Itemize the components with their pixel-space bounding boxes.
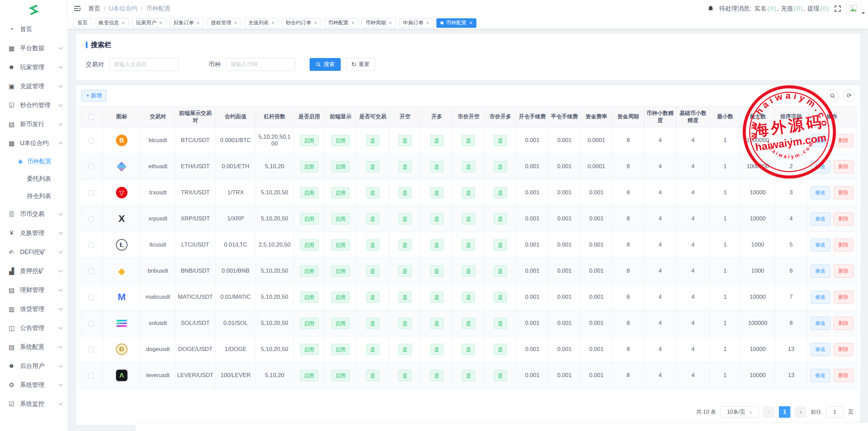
breadcrumb-parent[interactable]: U本位合约 [109, 4, 138, 13]
delete-button[interactable]: 删除 [834, 291, 853, 304]
sidebar-item-2[interactable]: ▦平台数据 [0, 39, 67, 58]
prev-page-button[interactable]: ‹ [763, 406, 774, 418]
goto-page-input[interactable] [826, 406, 844, 418]
sidebar-item-5[interactable]: ☑秒合约管理 [0, 96, 67, 115]
row-checkbox[interactable] [88, 242, 94, 248]
close-icon[interactable]: × [426, 20, 429, 26]
edit-button[interactable]: 修改 [811, 291, 830, 304]
sidebar-subitem-1[interactable]: ◉币种配置 [0, 153, 67, 170]
coin-search-input[interactable] [226, 58, 295, 71]
tab-2[interactable]: 账变信息× [95, 18, 129, 28]
breadcrumb-home[interactable]: 首页 [88, 4, 100, 13]
sidebar-item-16[interactable]: ☻后台用户 [0, 356, 67, 375]
edit-button[interactable]: 修改 [811, 265, 830, 278]
sidebar-collapse-icon[interactable] [73, 4, 81, 13]
user-avatar[interactable] [846, 2, 861, 15]
edit-button[interactable]: 修改 [811, 134, 830, 147]
tab-11[interactable]: 币种配置× [436, 18, 476, 28]
edit-button[interactable]: 修改 [811, 369, 830, 382]
sidebar-item-label: 首页 [20, 25, 62, 33]
delete-button[interactable]: 删除 [834, 317, 853, 330]
row-checkbox[interactable] [88, 373, 94, 378]
close-icon[interactable]: × [197, 20, 200, 26]
add-button[interactable]: + 新增 [81, 90, 106, 101]
tab-1[interactable]: 首页 [73, 18, 92, 28]
sidebar-item-10[interactable]: ✍DEFI挖矿 [0, 242, 67, 261]
sidebar-item-12[interactable]: ▤理财管理 [0, 280, 67, 299]
sidebar-item-1[interactable]: ◔首页 [0, 20, 67, 39]
close-icon[interactable]: × [351, 20, 354, 26]
sidebar-item-18[interactable]: ☑系统监控 [0, 394, 67, 413]
tab-8[interactable]: 币种配置× [324, 18, 358, 28]
close-icon[interactable]: × [271, 20, 274, 26]
close-icon[interactable]: × [314, 20, 317, 26]
edit-button[interactable]: 修改 [811, 317, 830, 330]
current-page-button[interactable]: 1 [779, 406, 790, 418]
bell-icon[interactable] [707, 5, 714, 12]
sidebar-item-6[interactable]: ▤新币发行 [0, 115, 67, 134]
sidebar-item-9[interactable]: ¥兑换管理 [0, 223, 67, 242]
delete-button[interactable]: 删除 [834, 186, 853, 199]
msg-realname-label[interactable]: 实名 [754, 4, 767, 13]
app-logo[interactable] [0, 0, 67, 20]
tab-5[interactable]: 授权管理× [207, 18, 241, 28]
tab-9[interactable]: 币种周期× [361, 18, 396, 28]
delete-button[interactable]: 删除 [834, 134, 853, 147]
msg-withdraw-label[interactable]: 提现 [807, 4, 820, 13]
tab-10[interactable]: 申购订单× [399, 18, 433, 28]
table-search-toggle-button[interactable] [826, 90, 839, 102]
search-button[interactable]: 搜索 [310, 58, 341, 71]
delete-button[interactable]: 删除 [834, 343, 853, 356]
close-icon[interactable]: × [389, 20, 392, 26]
delete-button[interactable]: 删除 [834, 238, 853, 252]
delete-button[interactable]: 删除 [834, 212, 853, 226]
close-icon[interactable]: × [234, 20, 237, 26]
sidebar-item-7[interactable]: ▦U本位合约 [0, 134, 67, 153]
row-checkbox[interactable] [88, 138, 94, 143]
edit-button[interactable]: 修改 [811, 238, 830, 252]
page-size-select[interactable]: 10条/页 [721, 406, 758, 418]
edit-button[interactable]: 修改 [811, 212, 830, 226]
row-checkbox[interactable] [88, 164, 94, 170]
status-badge: 是 [398, 239, 412, 251]
row-checkbox[interactable] [88, 216, 94, 222]
sidebar-item-13[interactable]: ▥借贷管理 [0, 299, 67, 318]
sidebar-item-14[interactable]: ◫公告管理 [0, 318, 67, 337]
row-checkbox[interactable] [88, 347, 94, 352]
fullscreen-icon[interactable] [834, 5, 841, 12]
sidebar-item-17[interactable]: ⚙系统管理 [0, 375, 67, 394]
edit-button[interactable]: 修改 [811, 343, 830, 356]
sidebar-item-8[interactable]: ☰币币交易 [0, 204, 67, 223]
tab-7[interactable]: 秒合约订单× [282, 18, 321, 28]
reset-button[interactable]: ↻ 重置 [346, 58, 375, 71]
sidebar-item-11[interactable]: ▟质押挖矿 [0, 261, 67, 280]
sidebar-subitem-2[interactable]: 委托列表 [0, 170, 67, 187]
sidebar-subitem-3[interactable]: 持仓列表 [0, 187, 67, 204]
delete-button[interactable]: 删除 [834, 160, 853, 173]
close-icon[interactable]: × [159, 20, 162, 26]
edit-button[interactable]: 修改 [811, 160, 830, 173]
cell-sort: 4 [775, 206, 807, 232]
delete-button[interactable]: 删除 [834, 369, 853, 382]
select-all-checkbox[interactable] [88, 114, 94, 120]
close-icon[interactable]: × [469, 20, 472, 26]
row-checkbox[interactable] [88, 295, 94, 300]
row-checkbox[interactable] [88, 190, 94, 196]
sidebar-item-3[interactable]: ☻玩家管理 [0, 58, 67, 77]
sidebar-item-15[interactable]: ▤系统配置 [0, 337, 67, 356]
edit-button[interactable]: 修改 [811, 186, 830, 199]
sidebar-item-4[interactable]: ▣充提管理 [0, 77, 67, 96]
msg-deposit-label[interactable]: 充值 [781, 4, 793, 13]
cell-pair: solusdt [141, 310, 175, 336]
tab-4[interactable]: 归集订单× [170, 18, 204, 28]
row-checkbox[interactable] [88, 321, 94, 326]
tab-3[interactable]: 玩家用户× [132, 18, 166, 28]
pending-messages: 待处理消息: 实名(0), 充值(0), 提现(0) [719, 4, 829, 13]
next-page-button[interactable]: › [795, 406, 806, 418]
delete-button[interactable]: 删除 [834, 265, 853, 278]
table-refresh-button[interactable]: ⟳ [843, 90, 855, 102]
close-icon[interactable]: × [122, 20, 125, 26]
tab-6[interactable]: 充值列表× [244, 18, 278, 28]
row-checkbox[interactable] [88, 269, 94, 274]
pair-search-input[interactable] [109, 58, 179, 71]
